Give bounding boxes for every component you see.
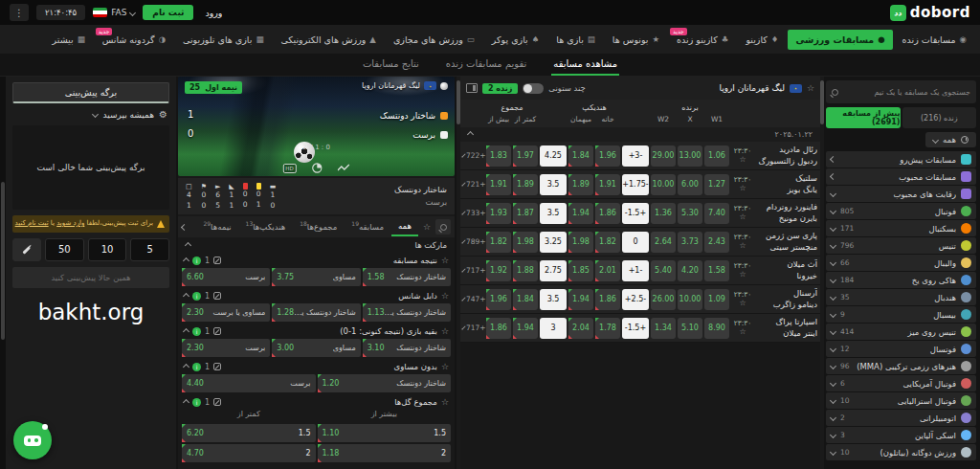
match-teams[interactable]: رئال مادریدردبول زالتسبورگ (756, 145, 817, 166)
register-button[interactable]: ثبت نام (143, 5, 193, 20)
tab-prematch[interactable]: پیش از مسابقه (2691) (826, 107, 901, 128)
nav-item-wheel[interactable]: ◑گردونه شانسجدید (95, 30, 173, 50)
market-tab-4[interactable]: نیمه‌ها29 (196, 217, 237, 237)
sidebar-sport-3[interactable]: والیبال66 (826, 255, 976, 271)
odd-handicap-guest[interactable]: 1.85 (568, 260, 593, 281)
total-line[interactable]: 4.25 (540, 145, 567, 167)
warning-login-link[interactable]: وارد شوید (56, 219, 84, 227)
tab-live[interactable]: زنده (216) (902, 107, 977, 128)
market-odd-cell[interactable]: برست2.30 (182, 339, 270, 357)
market-odd-cell[interactable]: شاختار دونتسک1.58 (363, 268, 451, 286)
odd-over[interactable]: 1.86 (486, 318, 511, 339)
handicap-line[interactable]: +2.5- (622, 289, 649, 310)
favorite-star-icon[interactable]: ☆ (731, 327, 754, 337)
odd-handicap-guest[interactable]: 2.04 (568, 318, 593, 339)
odd-w1[interactable]: 1.06 (704, 145, 729, 167)
total-under-cell[interactable]: 24.70 (182, 444, 316, 462)
odd-over[interactable]: 1.93 (486, 203, 511, 224)
market-odd-cell[interactable]: شاختار دونتسک یا برست1.28 (272, 303, 360, 322)
more-markets[interactable]: +747 (463, 295, 484, 303)
sidebar-group-1[interactable]: مسابقات محبوب (826, 168, 976, 185)
markets-title-row[interactable]: مارکت ها (178, 237, 455, 253)
sidebar-sport-1[interactable]: بسکتبال171 (826, 220, 976, 236)
favorite-star-icon[interactable]: ☆ (731, 155, 754, 165)
total-line[interactable]: 3.5 (540, 174, 567, 195)
odd-under[interactable]: 1.94 (513, 318, 538, 339)
market-odd-cell[interactable]: مساوی3.00 (272, 339, 360, 357)
odd-handicap-home[interactable]: 1.82 (595, 232, 620, 253)
market-tab-3[interactable]: هندیکپ‌ها13 (239, 217, 293, 237)
odd-under[interactable]: 1.97 (513, 145, 538, 167)
odd-w2[interactable]: 5.40 (651, 260, 676, 281)
handicap-line[interactable]: +1- (622, 260, 649, 281)
nav-item-tv[interactable]: ▦بازی های تلوزیونی (175, 30, 271, 50)
favorite-star-icon[interactable]: ☆ (731, 299, 754, 308)
multicolumn-toggle[interactable] (523, 83, 544, 94)
odd-x[interactable]: 5.30 (678, 203, 702, 224)
favorite-star-icon[interactable]: ☆ (731, 241, 754, 251)
handicap-line[interactable]: +1.75- (622, 174, 649, 195)
subtab-1[interactable]: تقویم مسابقات زنده (444, 56, 529, 76)
odd-w1[interactable]: 1.09 (704, 289, 729, 310)
stake-10[interactable]: 10 (88, 238, 127, 261)
odd-x[interactable]: 13.00 (678, 145, 702, 167)
odd-handicap-home[interactable]: 1.86 (595, 203, 620, 224)
odd-over[interactable]: 1.82 (486, 232, 511, 253)
betslip-mode-dropdown[interactable]: ⚙ همیشه بپرسید (12, 109, 169, 120)
favorite-star-icon[interactable]: ☆ (441, 362, 449, 371)
odd-w1[interactable]: 7.40 (704, 203, 729, 224)
odd-under[interactable]: 1.98 (513, 232, 538, 253)
sidebar-sport-12[interactable]: اتومبیلرانی2 (826, 410, 976, 426)
more-markets[interactable]: +722 (463, 151, 484, 160)
nav-item-poker[interactable]: ♠بازی پوکر (484, 30, 547, 50)
nav-item-live-casino[interactable]: ♣کازینو زندهجدید (669, 30, 736, 50)
stats-chart-icon[interactable] (338, 164, 350, 172)
market-search-button[interactable] (435, 219, 451, 234)
chevron-up-icon[interactable] (183, 363, 189, 369)
market-header[interactable]: ☆بقیه بازی (نتیجه کنونی: 1-0)1i (182, 324, 451, 339)
market-header[interactable]: ☆بدون مساوی1i (182, 359, 451, 374)
stake-5[interactable]: 5 (130, 238, 169, 261)
link-icon[interactable] (213, 327, 221, 335)
total-under-cell[interactable]: 1.56.20 (182, 424, 316, 442)
nav-item-esports[interactable]: ▲ورزش های الکترونیکی (273, 30, 383, 50)
sidebar-group-2[interactable]: رقابت های محبوب (826, 186, 976, 202)
odd-x[interactable]: 5.10 (678, 318, 702, 339)
favorite-star-icon[interactable]: ☆ (731, 270, 754, 279)
sidebar-sport-8[interactable]: فوتسال12 (826, 341, 976, 357)
sidebar-sport-7[interactable]: تنیس روی میز414 (826, 324, 976, 340)
link-icon[interactable] (213, 398, 221, 406)
odd-w1[interactable]: 1.58 (704, 260, 729, 281)
total-line[interactable]: 3.5 (540, 203, 567, 224)
odd-over[interactable]: 1.83 (486, 145, 511, 167)
video-hd-icon[interactable]: HD (282, 164, 296, 173)
sidebar-sport-4[interactable]: هاکی روی یخ184 (826, 272, 976, 288)
link-icon[interactable] (213, 292, 221, 300)
odd-under[interactable]: 1.88 (513, 260, 538, 281)
date-row[interactable]: ۲۰۲۵.۰۱.۲۲ (460, 127, 820, 142)
market-tab-1[interactable]: مسابقه19 (345, 217, 390, 237)
market-odd-cell[interactable]: شاختار دونتسک1.20 (318, 374, 452, 392)
handicap-line[interactable]: -1.5+ (622, 203, 649, 224)
odd-w2[interactable]: 10.00 (651, 174, 676, 195)
odd-w2[interactable]: 29.00 (651, 145, 676, 167)
chevron-left-icon[interactable] (181, 223, 188, 230)
handicap-line[interactable]: -1.5+ (622, 318, 649, 339)
subtab-2[interactable]: نتایج مسابقات (361, 56, 421, 76)
market-tab-0[interactable]: همه (391, 218, 418, 236)
sidebar-sport-6[interactable]: بیسبال9 (826, 306, 976, 323)
market-header[interactable]: ☆نتیجه مسابقه1i (182, 253, 451, 268)
odd-over[interactable]: 1.92 (486, 260, 511, 281)
time-filter-dropdown[interactable]: همه (925, 132, 976, 147)
total-line[interactable]: 3.25 (540, 232, 567, 253)
place-bet-button[interactable]: همین حالا پیش‌بینی کنید (12, 267, 169, 288)
odd-over[interactable]: 1.91 (486, 174, 511, 195)
nav-item-casino[interactable]: ♦کازینو (738, 30, 786, 50)
sidebar-sport-13[interactable]: اسکی آلپاین3 (826, 427, 976, 443)
odd-handicap-home[interactable]: 1.86 (595, 289, 620, 310)
stake-50[interactable]: 50 (45, 238, 84, 261)
odd-under[interactable]: 1.84 (513, 289, 538, 310)
link-icon[interactable] (213, 257, 221, 264)
odd-handicap-home[interactable]: 2.01 (595, 260, 620, 281)
odd-w2[interactable]: 1.36 (651, 203, 676, 224)
